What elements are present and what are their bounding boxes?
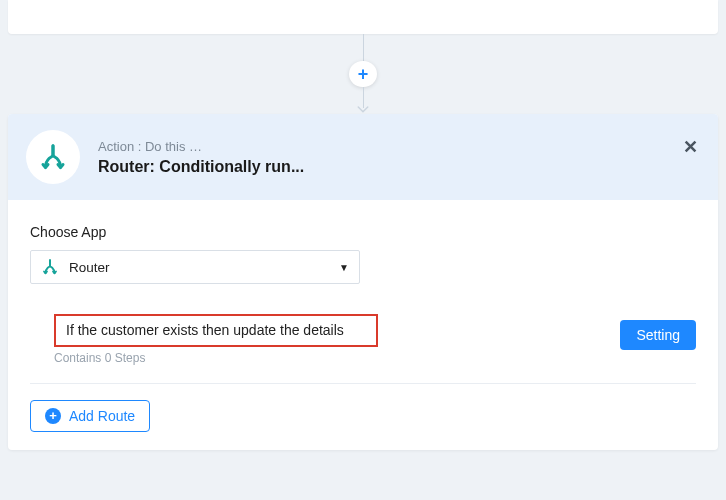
app-icon-circle xyxy=(26,130,80,184)
previous-step-card xyxy=(8,0,718,34)
add-route-label: Add Route xyxy=(69,408,135,424)
route-item: If the customer exists then update the d… xyxy=(30,314,696,379)
caret-down-icon: ▼ xyxy=(339,262,349,273)
card-header[interactable]: Action : Do this … Router: Conditionally… xyxy=(8,114,718,200)
router-step-card: Action : Do this … Router: Conditionally… xyxy=(8,114,718,450)
route-steps-count: Contains 0 Steps xyxy=(54,351,620,365)
close-button[interactable]: ✕ xyxy=(679,132,702,162)
arrow-down-icon xyxy=(357,106,369,114)
close-icon: ✕ xyxy=(683,137,698,157)
plus-icon: + xyxy=(358,65,369,83)
step-subtitle: Action : Do this … xyxy=(98,139,696,154)
app-select[interactable]: Router ▼ xyxy=(30,250,360,284)
add-step-button[interactable]: + xyxy=(349,61,377,88)
route-setting-button[interactable]: Setting xyxy=(620,320,696,350)
step-title: Router: Conditionally run... xyxy=(98,158,696,176)
plus-circle-icon: + xyxy=(45,408,61,424)
app-select-value: Router xyxy=(69,260,339,275)
route-name-input[interactable]: If the customer exists then update the d… xyxy=(54,314,378,347)
router-icon xyxy=(41,258,59,276)
router-icon xyxy=(38,142,68,172)
divider xyxy=(30,383,696,384)
connector: + xyxy=(6,34,720,114)
add-route-button[interactable]: + Add Route xyxy=(30,400,150,432)
choose-app-label: Choose App xyxy=(30,224,696,240)
